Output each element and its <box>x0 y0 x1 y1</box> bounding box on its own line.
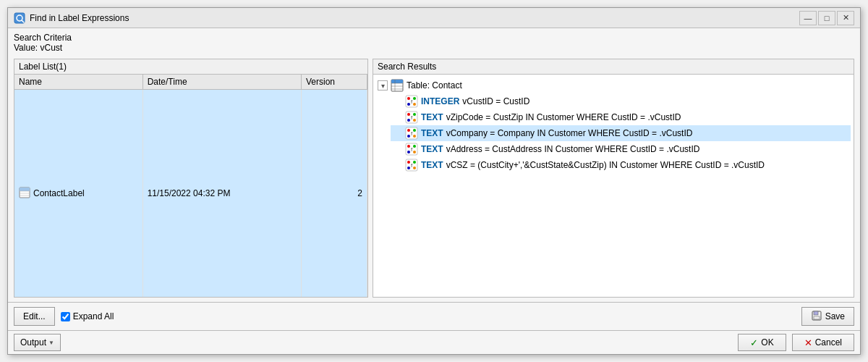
expand-collapse-button[interactable]: ▾ <box>378 80 388 90</box>
ok-button[interactable]: ✓ OK <box>738 334 786 351</box>
search-results-header: Search Results <box>373 59 854 75</box>
svg-point-17 <box>407 103 410 106</box>
expression-icon: f <box>405 143 418 156</box>
svg-rect-46 <box>814 316 820 319</box>
svg-point-42 <box>413 167 416 169</box>
window-title: Find in Label Expressions <box>30 13 799 23</box>
tree-item-label: TEXTvZipCode = CustZip IN Customer WHERE… <box>421 112 681 122</box>
expand-all-checkbox[interactable] <box>61 312 70 321</box>
svg-point-41 <box>407 167 410 169</box>
cell-datetime: 11/15/2022 04:32 PM <box>142 90 301 298</box>
svg-point-39 <box>407 161 410 164</box>
tree-item-label: TEXTvCSZ = (CustCity+','&CustState&CustZ… <box>421 160 765 170</box>
dropdown-arrow-icon: ▼ <box>48 340 54 346</box>
right-panel: Search Results ▾ <box>373 59 854 298</box>
expression-icon: f <box>405 111 418 124</box>
svg-point-22 <box>413 113 416 116</box>
svg-point-16 <box>413 97 416 100</box>
type-badge: TEXT <box>421 128 443 138</box>
svg-point-23 <box>407 119 410 122</box>
tree-item-label: TEXTvCompany = Company IN Customer WHERE… <box>421 128 692 138</box>
type-badge: TEXT <box>421 112 443 122</box>
svg-point-36 <box>413 151 416 153</box>
cell-version: 2 <box>301 90 367 298</box>
type-badge: TEXT <box>421 160 443 170</box>
tree-children: f INTEGERvCustID = CustID f TEXTvZipCode… <box>391 93 851 173</box>
output-button[interactable]: Output ▼ <box>14 334 61 351</box>
expression-icon: f <box>405 95 418 108</box>
close-button[interactable]: ✕ <box>837 11 854 25</box>
label-list-header: Label List(1) <box>14 59 367 75</box>
window-icon <box>14 12 25 24</box>
col-name: Name <box>14 75 142 90</box>
type-badge: TEXT <box>421 144 443 154</box>
svg-rect-45 <box>814 311 818 315</box>
svg-point-30 <box>413 135 416 138</box>
expand-all-label[interactable]: Expand All <box>61 311 114 321</box>
row-icon <box>19 187 30 201</box>
svg-point-35 <box>407 151 410 153</box>
title-bar: Find in Label Expressions — □ ✕ <box>8 8 860 28</box>
col-datetime: Date/Time <box>142 75 301 90</box>
tree-item[interactable]: f TEXTvCompany = Company IN Customer WHE… <box>391 125 851 141</box>
save-icon <box>811 310 822 324</box>
svg-point-18 <box>413 103 416 106</box>
table-row[interactable]: ContactLabel 11/15/2022 04:32 PM 2 <box>14 90 367 298</box>
main-panels: Label List(1) Name Date/Time Version <box>14 59 854 298</box>
left-panel: Label List(1) Name Date/Time Version <box>14 59 368 298</box>
maximize-button[interactable]: □ <box>818 11 835 25</box>
svg-point-29 <box>407 135 410 138</box>
edit-button[interactable]: Edit... <box>14 307 55 326</box>
content-area: Search Criteria Value: vCust Label List(… <box>8 28 860 302</box>
check-icon: ✓ <box>750 337 758 348</box>
svg-point-21 <box>407 113 410 116</box>
svg-point-33 <box>407 145 410 148</box>
tree-item[interactable]: f TEXTvAddress = CustAddress IN Customer… <box>391 141 851 157</box>
bottom-toolbar: Edit... Expand All Save <box>8 302 860 330</box>
tree-item[interactable]: f INTEGERvCustID = CustID <box>391 93 851 109</box>
label-list-table: Name Date/Time Version <box>14 75 367 297</box>
col-version: Version <box>301 75 367 90</box>
svg-point-28 <box>413 129 416 132</box>
x-icon: ✕ <box>804 337 812 348</box>
expression-icon: f <box>405 127 418 140</box>
search-results-tree[interactable]: ▾ Table: Contact <box>373 75 854 297</box>
svg-rect-9 <box>391 80 403 83</box>
cell-name: ContactLabel <box>14 90 142 298</box>
svg-point-40 <box>413 161 416 164</box>
main-window: Find in Label Expressions — □ ✕ Search C… <box>7 7 861 355</box>
tree-item-label: INTEGERvCustID = CustID <box>421 96 529 106</box>
value-label: Value: vCust <box>14 43 854 53</box>
row-name: ContactLabel <box>33 188 85 198</box>
type-badge: INTEGER <box>421 96 459 106</box>
search-criteria-section: Search Criteria Value: vCust <box>14 33 854 56</box>
table-icon <box>391 79 404 92</box>
expression-icon: f <box>405 159 418 172</box>
svg-point-34 <box>413 145 416 148</box>
tree-root-node[interactable]: ▾ Table: Contact <box>376 77 851 93</box>
svg-point-27 <box>407 129 410 132</box>
minimize-button[interactable]: — <box>799 11 817 25</box>
save-button[interactable]: Save <box>801 307 854 326</box>
footer-bar: Output ▼ ✓ OK ✕ Cancel <box>8 330 860 354</box>
tree-item[interactable]: f TEXTvCSZ = (CustCity+','&CustState&Cus… <box>391 157 851 173</box>
tree-root-label: Table: Contact <box>407 80 462 90</box>
tree-item[interactable]: f TEXTvZipCode = CustZip IN Customer WHE… <box>391 109 851 125</box>
svg-point-24 <box>413 119 416 122</box>
cancel-button[interactable]: ✕ Cancel <box>792 334 854 351</box>
svg-point-15 <box>407 97 410 100</box>
tree-item-label: TEXTvAddress = CustAddress IN Customer W… <box>421 144 699 154</box>
svg-rect-4 <box>20 188 30 191</box>
search-criteria-label: Search Criteria <box>14 33 854 43</box>
window-controls: — □ ✕ <box>799 11 854 25</box>
